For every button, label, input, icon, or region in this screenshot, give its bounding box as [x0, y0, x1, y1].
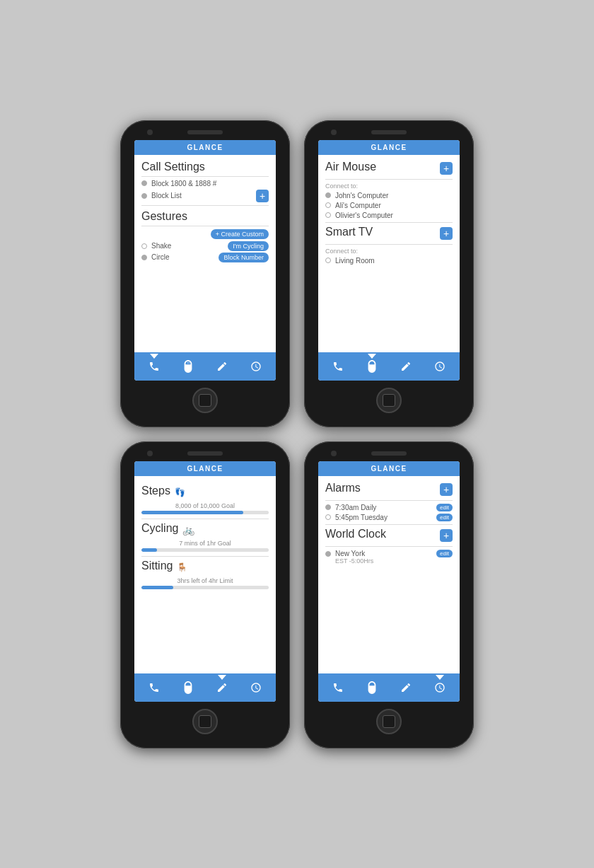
toolbar-phone-4[interactable] [328, 678, 348, 698]
sitting-bar-fill [141, 586, 173, 589]
steps-progress: 8,000 of 10,000 Goal [141, 502, 269, 514]
alarm-730-edit[interactable]: edit [436, 504, 453, 511]
john-computer[interactable]: John's Computer [325, 192, 453, 199]
block-1800-label: Block 1800 & 1888 # [151, 180, 216, 187]
toolbar-clock-4[interactable] [430, 678, 450, 698]
gesture-create-row: + Create Custom [141, 229, 269, 239]
speaker-grille-3 [187, 451, 223, 456]
shake-pill[interactable]: I'm Cycling [228, 241, 269, 251]
phone-4-bottom [311, 709, 467, 734]
toolbar-clock-1[interactable] [246, 357, 266, 376]
camera-dot [147, 129, 153, 135]
air-mouse-plus[interactable]: + [440, 162, 453, 175]
toolbar-pencil-2[interactable] [396, 357, 416, 376]
world-clock-section-row: World Clock + [325, 528, 453, 543]
circle-pill[interactable]: Block Number [219, 253, 269, 262]
steps-label: 8,000 of 10,000 Goal [141, 502, 269, 509]
toolbar-3 [134, 673, 276, 702]
create-custom-btn[interactable]: + Create Custom [211, 229, 269, 239]
toolbar-pencil-3[interactable] [212, 678, 232, 698]
smart-tv-connect-label: Connect to: [325, 248, 453, 255]
toolbar-mouse-4[interactable] [362, 678, 382, 698]
shake-gesture[interactable]: Shake I'm Cycling [141, 241, 269, 251]
air-mouse-content: Air Mouse + Connect to: John's Computer … [318, 155, 460, 352]
toolbar-pencil-1[interactable] [212, 357, 232, 376]
home-button-4[interactable] [376, 709, 402, 734]
toolbar-phone-2[interactable] [328, 357, 348, 376]
ali-computer[interactable]: Ali's Computer [325, 202, 453, 209]
home-button-inner-4 [383, 715, 395, 728]
activity-content: Steps 👣 8,000 of 10,000 Goal Cycling 🚲 7 [134, 476, 276, 673]
alarm-545-edit[interactable]: edit [436, 514, 453, 521]
block-1800-item[interactable]: Block 1800 & 1888 # [141, 180, 269, 187]
alarms-plus[interactable]: + [440, 483, 453, 496]
newyork-edit[interactable]: edit [436, 550, 453, 557]
block-list-item[interactable]: Block List + [141, 190, 269, 202]
circle-label: Circle [151, 253, 214, 261]
toolbar-clock-2[interactable] [430, 357, 450, 376]
toolbar-phone-3[interactable] [144, 678, 164, 698]
divider [141, 176, 269, 177]
screen-header-2: GLANCE [318, 140, 460, 155]
circle-gesture[interactable]: Circle Block Number [141, 253, 269, 262]
alarm-730[interactable]: 7:30am Daily edit [325, 504, 453, 511]
home-button-2[interactable] [376, 388, 402, 413]
screen-header-1: GLANCE [134, 140, 276, 155]
world-clock-title: World Clock [325, 528, 386, 540]
divider-8 [141, 556, 269, 557]
screen-air-mouse: GLANCE Air Mouse + Connect to: John's Co… [318, 140, 460, 381]
divider-5 [325, 222, 453, 223]
sitting-bar-bg [141, 586, 269, 589]
phone-top-bar-2 [311, 130, 467, 134]
camera-dot-2 [331, 129, 337, 135]
toolbar-pencil-4[interactable] [396, 678, 416, 698]
new-york-clock[interactable]: New York EST -5:00Hrs edit [325, 550, 453, 565]
smart-tv-plus[interactable]: + [440, 227, 453, 240]
olivier-computer[interactable]: Olivier's Computer [325, 212, 453, 219]
living-room[interactable]: Living Room [325, 257, 453, 265]
shake-label: Shake [151, 242, 223, 250]
alarm-545[interactable]: 5:45pm Tuesday edit [325, 514, 453, 521]
sitting-label: 3hrs left of 4hr Limit [141, 577, 269, 584]
phone-3-bottom [127, 709, 283, 734]
steps-bar-bg [141, 511, 269, 514]
home-button-1[interactable] [192, 388, 218, 413]
gestures-title: Gestures [141, 210, 269, 223]
toolbar-mouse-3[interactable] [178, 678, 198, 698]
world-clock-plus[interactable]: + [440, 529, 453, 542]
home-button-inner-3 [199, 715, 211, 728]
home-button-3[interactable] [192, 709, 218, 734]
toolbar-2 [318, 352, 460, 381]
sitting-row: Sitting 🪑 [141, 560, 269, 575]
smart-tv-section-row: Smart TV + [325, 226, 453, 241]
phone-2-bottom [311, 388, 467, 413]
screen-call-settings: GLANCE Call Settings Block 1800 & 1888 #… [134, 140, 276, 381]
john-radio [325, 192, 331, 198]
divider-4 [325, 179, 453, 180]
new-york-label: New York [335, 550, 373, 557]
screen-alarms: GLANCE Alarms + 7:30am Daily edit [318, 461, 460, 702]
olivier-label: Olivier's Computer [335, 212, 393, 219]
alarm-730-radio [325, 504, 331, 510]
speaker-grille-4 [371, 451, 407, 456]
alarms-title: Alarms [325, 482, 361, 494]
toolbar-mouse-2[interactable] [362, 357, 382, 376]
speaker-grille-2 [371, 130, 407, 134]
toolbar-mouse-1[interactable] [178, 357, 198, 376]
block-list-plus[interactable]: + [256, 190, 269, 202]
smart-tv-title: Smart TV [325, 226, 373, 238]
home-button-inner-1 [199, 394, 211, 407]
john-label: John's Computer [335, 192, 388, 199]
alarm-730-label: 7:30am Daily [335, 504, 376, 511]
toolbar-4 [318, 673, 460, 702]
radio-filled [141, 180, 147, 186]
sitting-icon: 🪑 [177, 562, 187, 572]
living-room-label: Living Room [335, 257, 375, 265]
cycling-title: Cycling [141, 522, 178, 535]
toolbar-phone-1[interactable] [144, 357, 164, 376]
alarm-545-label: 5:45pm Tuesday [335, 514, 388, 521]
circle-radio [141, 255, 147, 260]
cycling-progress: 7 mins of 1hr Goal [141, 540, 269, 552]
call-settings-content: Call Settings Block 1800 & 1888 # Block … [134, 155, 276, 352]
toolbar-clock-3[interactable] [246, 678, 266, 698]
